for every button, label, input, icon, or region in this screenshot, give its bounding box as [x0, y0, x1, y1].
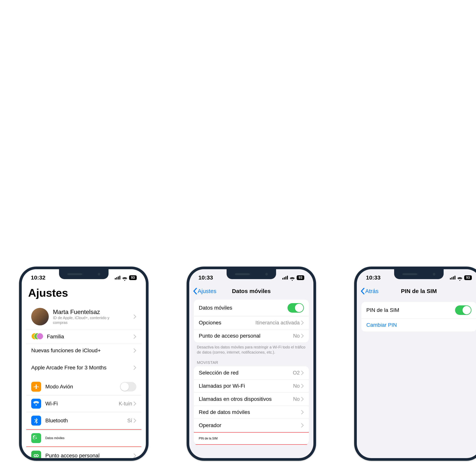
- row-family[interactable]: Familia: [26, 329, 141, 344]
- phone-settings: 10:32 93 Ajustes Marta Fuentelsaz: [19, 267, 149, 461]
- operator-label: Operador: [199, 422, 221, 428]
- family-icon: [31, 333, 43, 340]
- chevron-right-icon: [301, 334, 304, 338]
- chevron-right-icon: [301, 397, 304, 401]
- row-cellular-highlighted[interactable]: Datos móviles: [26, 430, 141, 446]
- user-name: Marta Fuentelsaz: [53, 308, 118, 316]
- signal-icon: [115, 276, 120, 279]
- avatar: [31, 308, 49, 325]
- chevron-left-icon: [193, 288, 197, 294]
- chevron-right-icon: [301, 371, 304, 375]
- back-label: Ajustes: [198, 288, 216, 294]
- notch: [394, 269, 444, 279]
- airplane-toggle[interactable]: [120, 382, 136, 391]
- back-button[interactable]: Atrás: [361, 288, 378, 294]
- notch: [59, 269, 108, 279]
- row-airplane[interactable]: Modo Avión: [26, 378, 141, 395]
- row-hotspot[interactable]: Punto de acceso personal No: [194, 329, 309, 342]
- row-wifi[interactable]: Wi-Fi K-tuin: [26, 395, 141, 412]
- wifi-calling-label: Llamadas por Wi-Fi: [199, 383, 245, 389]
- back-label: Atrás: [365, 288, 378, 294]
- data-net-label: Red de datos móviles: [199, 409, 250, 415]
- row-data-network[interactable]: Red de datos móviles: [194, 406, 309, 419]
- icloud-new-label: Nuevas funciones de iCloud+: [31, 347, 101, 354]
- row-icloud-new[interactable]: Nuevas funciones de iCloud+: [26, 344, 141, 357]
- row-wifi-calling[interactable]: Llamadas por Wi-Fi No: [194, 379, 309, 392]
- chevron-right-icon: [134, 419, 136, 423]
- chevron-right-icon: [134, 366, 136, 370]
- nav-title: PIN de la SIM: [401, 288, 437, 294]
- notch: [227, 269, 276, 279]
- chevron-left-icon: [361, 288, 365, 294]
- navbar: Atrás PIN de la SIM: [357, 285, 476, 298]
- arcade-label: Apple Arcade Free for 3 Months: [31, 365, 106, 371]
- chevron-right-icon: [134, 348, 136, 353]
- bluetooth-icon: [31, 416, 41, 425]
- hotspot-value: No: [293, 333, 300, 339]
- hotspot-icon: [31, 451, 41, 458]
- row-sim-pin-toggle[interactable]: PIN de la SIM: [361, 302, 476, 318]
- network-sel-value: O2: [293, 370, 300, 376]
- wifi-icon: [457, 276, 462, 279]
- row-arcade[interactable]: Apple Arcade Free for 3 Months: [26, 361, 141, 374]
- row-cellular-toggle[interactable]: Datos móviles: [194, 300, 309, 316]
- signal-icon: [450, 276, 456, 279]
- chevron-right-icon: [301, 410, 304, 414]
- family-label: Familia: [47, 334, 64, 340]
- wifi-calling-value: No: [293, 383, 300, 389]
- row-operator[interactable]: Operador: [194, 419, 309, 432]
- row-bluetooth[interactable]: Bluetooth Sí: [26, 412, 141, 429]
- other-dev-label: Llamadas en otros dispositivos: [199, 396, 272, 402]
- status-time: 10:32: [31, 274, 46, 281]
- hotspot-label: Punto acceso personal: [45, 453, 100, 458]
- cellular-label: Datos móviles: [45, 436, 64, 440]
- status-time: 10:33: [366, 274, 381, 281]
- options-label: Opciones: [199, 320, 221, 326]
- cellular-label: Datos móviles: [199, 305, 232, 311]
- sim-pin-label: PIN de la SIM: [366, 307, 399, 313]
- sim-pin-toggle[interactable]: [455, 306, 471, 315]
- wifi-icon: [290, 276, 295, 279]
- back-button[interactable]: Ajustes: [193, 288, 216, 294]
- cellular-toggle[interactable]: [288, 303, 304, 313]
- row-change-pin[interactable]: Cambiar PIN: [361, 318, 476, 331]
- wifi-icon: [31, 399, 41, 408]
- navbar: Ajustes Datos móviles: [189, 285, 313, 298]
- svg-point-1: [36, 455, 38, 457]
- phone-cellular: 10:33 93 Ajustes Datos móviles: [187, 267, 316, 461]
- battery-icon: 93: [464, 275, 472, 280]
- airplane-label: Modo Avión: [45, 384, 73, 390]
- wifi-value: K-tuin: [119, 401, 132, 407]
- cellular-note: Desactiva los datos móviles para restrin…: [189, 342, 313, 355]
- sim-pin-label: PIN de la SIM: [199, 437, 218, 440]
- chevron-right-icon: [134, 454, 136, 458]
- options-value: Itinerancia activada: [255, 320, 300, 326]
- user-sub: ID de Apple, iCloud+, contenido y compra…: [53, 316, 118, 325]
- row-options[interactable]: Opciones Itinerancia activada: [194, 316, 309, 329]
- chevron-right-icon: [301, 384, 304, 388]
- other-dev-value: No: [293, 396, 300, 402]
- battery-icon: 93: [129, 275, 137, 280]
- phones-row: 10:32 93 Ajustes Marta Fuentelsaz: [19, 267, 476, 461]
- bluetooth-value: Sí: [127, 418, 132, 424]
- chevron-right-icon: [134, 335, 136, 339]
- status-time: 10:33: [198, 274, 213, 281]
- network-sel-label: Selección de red: [199, 370, 238, 376]
- row-apple-id[interactable]: Marta Fuentelsaz ID de Apple, iCloud+, c…: [26, 304, 141, 329]
- chevron-right-icon: [134, 402, 136, 406]
- hotspot-label: Punto de acceso personal: [199, 333, 260, 339]
- cellular-icon: [31, 433, 41, 443]
- page-title: Ajustes: [22, 285, 146, 302]
- carrier-section-label: MOVISTAR: [189, 355, 313, 366]
- signal-icon: [282, 276, 288, 279]
- wifi-icon: [122, 276, 127, 279]
- row-sim-pin-highlighted[interactable]: PIN de la SIM: [194, 433, 309, 444]
- row-hotspot[interactable]: Punto acceso personal: [26, 447, 141, 458]
- chevron-right-icon: [301, 321, 304, 325]
- row-network-selection[interactable]: Selección de red O2: [194, 366, 309, 379]
- row-calls-other-devices[interactable]: Llamadas en otros dispositivos No: [194, 392, 309, 406]
- change-pin-label: Cambiar PIN: [366, 322, 397, 328]
- phone-sim-pin: 10:33 93 Atrás PIN de la SIM: [354, 267, 476, 461]
- airplane-icon: [31, 382, 41, 392]
- battery-icon: 93: [297, 275, 304, 280]
